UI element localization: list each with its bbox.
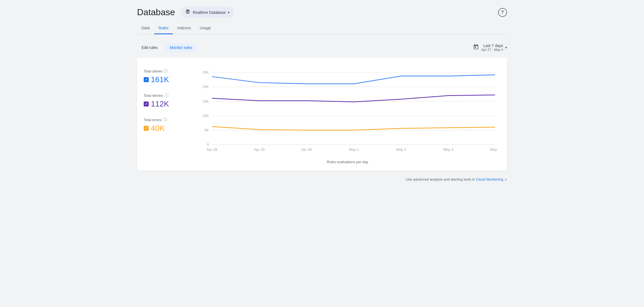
date-chevron-icon: ▾ [505,46,507,50]
tab-data[interactable]: Data [137,22,154,34]
errors-label: Total errors [144,118,162,122]
allows-checkbox[interactable]: ✓ [144,77,149,82]
date-range-sub: Apr 27 - May 4 [481,48,503,52]
denies-label: Total denies [144,93,163,98]
tab-rules[interactable]: Rules [154,22,173,34]
chart-x-axis-label: Rules evaluations per day [197,160,498,164]
chart-area: 25K 20K 15K 10K 5K 0 Apr 28 Apr 29 Apr 3… [197,66,498,164]
svg-text:May 4: May 4 [490,147,498,152]
svg-text:25K: 25K [202,70,209,74]
db-selector-button[interactable]: Realtime Database ▾ [181,7,234,18]
svg-text:May 2: May 2 [396,147,406,152]
legend-denies: Total denies ⓘ ✓ 112K [144,93,188,108]
errors-checkbox[interactable]: ✓ [144,126,149,131]
footer-text: Use advanced analysis and alerting tools… [406,177,475,181]
chart-card: Total allows ⓘ ✓ 161K Total [137,58,507,171]
svg-text:15K: 15K [202,99,209,103]
legend-panel: Total allows ⓘ ✓ 161K Total [144,66,188,164]
allows-help-icon[interactable]: ⓘ [164,69,168,74]
nav-tabs: Data Rules Indexes Usage [137,22,507,34]
svg-text:0: 0 [207,142,209,147]
errors-count: 40K [151,124,165,133]
svg-text:May 1: May 1 [349,147,359,152]
footer-note: Use advanced analysis and alerting tools… [137,177,507,182]
allows-count: 161K [151,75,169,84]
allows-label: Total allows [144,69,162,73]
content-area: Edit rules Monitor rules Last 7 days Apr… [137,41,507,184]
date-range-selector[interactable]: Last 7 days Apr 27 - May 4 ▾ [473,43,507,52]
svg-text:May 3: May 3 [444,147,454,152]
help-button[interactable]: ? [498,8,507,17]
tab-usage[interactable]: Usage [195,22,215,34]
database-icon [185,9,190,16]
chart-svg: 25K 20K 15K 10K 5K 0 Apr 28 Apr 29 Apr 3… [197,66,498,157]
edit-rules-button[interactable]: Edit rules [137,43,162,52]
cloud-monitoring-link[interactable]: Cloud Monitoring [476,177,503,181]
svg-text:Apr 30: Apr 30 [301,147,312,152]
svg-text:Apr 28: Apr 28 [207,147,217,152]
external-link-icon: ↗ [504,178,507,182]
denies-help-icon[interactable]: ⓘ [164,93,168,98]
page-title: Database [137,7,175,17]
tab-indexes[interactable]: Indexes [173,22,195,34]
errors-help-icon[interactable]: ⓘ [163,117,167,122]
denies-count: 112K [151,100,169,108]
svg-text:10K: 10K [202,114,209,118]
db-selector-label: Realtime Database [193,10,226,15]
svg-text:Apr 29: Apr 29 [254,147,264,152]
svg-text:5K: 5K [205,128,209,132]
legend-errors: Total errors ⓘ ✓ 40K [144,117,188,133]
denies-checkbox[interactable]: ✓ [144,102,149,106]
date-range-main: Last 7 days [481,43,503,48]
calendar-icon [473,44,479,51]
monitor-rules-button[interactable]: Monitor rules [165,43,197,52]
legend-allows: Total allows ⓘ ✓ 161K [144,69,188,84]
chevron-down-icon: ▾ [228,11,230,14]
svg-text:20K: 20K [202,85,209,89]
toolbar-row: Edit rules Monitor rules Last 7 days Apr… [137,43,507,52]
date-label: Last 7 days Apr 27 - May 4 [481,43,503,52]
